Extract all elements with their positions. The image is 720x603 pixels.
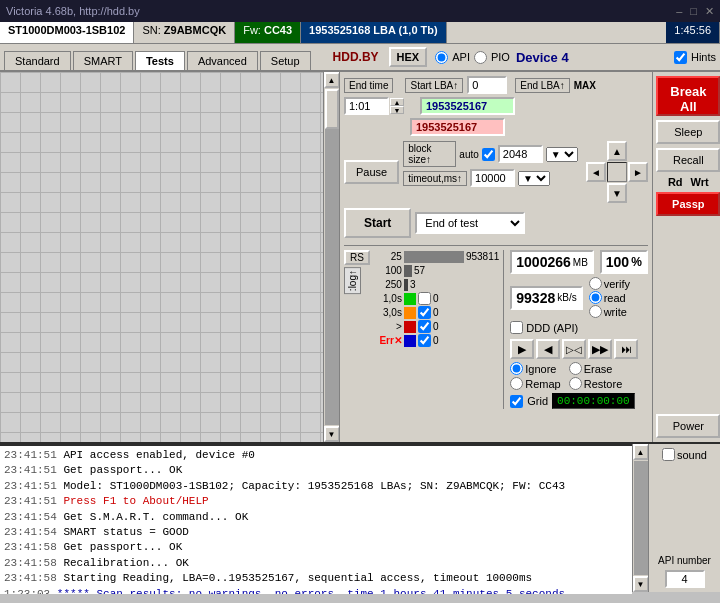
log-area[interactable]: 23:41:51 API access enabled, device #0 2… [0, 444, 632, 594]
scroll-up-btn[interactable]: ▲ [324, 72, 340, 88]
play-btn[interactable]: ▶ [510, 339, 534, 359]
ignore-option[interactable]: Ignore [510, 362, 560, 375]
timeout-input[interactable] [470, 169, 515, 187]
ignore-radio[interactable] [510, 362, 523, 375]
bar-label-err: Err✕ [374, 335, 402, 346]
scroll-thumb[interactable] [325, 89, 339, 129]
scroll-down-btn[interactable]: ▼ [324, 426, 340, 442]
verify-option[interactable]: verify [589, 277, 630, 290]
hints-checkbox[interactable] [674, 51, 687, 64]
start-lba-input[interactable] [467, 76, 507, 94]
log-scroll-up[interactable]: ▲ [633, 444, 649, 460]
api-radio-group: API PIO [435, 51, 510, 64]
write-option[interactable]: write [589, 305, 630, 318]
erase-radio[interactable] [569, 362, 582, 375]
write-radio[interactable] [589, 305, 602, 318]
device-name[interactable]: ST1000DM003-1SB102 [0, 22, 134, 43]
playback-controls: ▶ ◀ ▷◁ ▶▶ ⏭ [510, 339, 648, 359]
bar-label-1s: 1,0s [374, 293, 402, 304]
sound-checkbox[interactable] [662, 448, 675, 461]
log-entry-1: 23:41:51 Get passport... OK [4, 463, 628, 478]
bar-count-100: 57 [414, 265, 425, 276]
bar-count-gt: 0 [433, 321, 439, 332]
bar-row-25: 25 953811 [374, 250, 499, 263]
arrow-tr [628, 141, 648, 161]
erase-restore-group: Erase Restore [569, 362, 623, 390]
bar-count-250: 3 [410, 279, 416, 290]
block-size-input[interactable] [498, 145, 543, 163]
arrow-left-btn[interactable]: ◄ [586, 162, 606, 182]
erase-option[interactable]: Erase [569, 362, 623, 375]
side-buttons: Break All Sleep Recall Rd Wrt Passp Powe… [652, 72, 720, 442]
auto-checkbox[interactable] [482, 148, 495, 161]
verify-radio[interactable] [589, 277, 602, 290]
bar-visual-250 [404, 278, 408, 291]
start-button[interactable]: Start [344, 208, 411, 238]
passp-button[interactable]: Passp [656, 192, 720, 216]
power-button[interactable]: Power [656, 414, 720, 438]
read-option[interactable]: read [589, 291, 630, 304]
ddd-label: DDD (API) [526, 322, 578, 334]
restore-radio[interactable] [569, 377, 582, 390]
restore-option[interactable]: Restore [569, 377, 623, 390]
end-time-spinner[interactable]: ▲ ▼ [390, 98, 404, 114]
pause-button[interactable]: Pause [344, 160, 399, 184]
log-label[interactable]: :log↑ [344, 267, 361, 294]
api-number-input[interactable] [665, 570, 705, 588]
arrow-up-btn[interactable]: ▲ [607, 141, 627, 161]
test-type-select[interactable]: End of test [415, 212, 525, 234]
end-time-input[interactable] [344, 97, 389, 115]
sound-label[interactable]: sound [662, 448, 707, 461]
bar-row-gt: > 0 [374, 320, 499, 333]
break-all-button[interactable]: Break All [656, 76, 720, 116]
close-btn[interactable]: ✕ [705, 5, 714, 18]
maximize-btn[interactable]: □ [690, 5, 697, 18]
grid-checkbox[interactable] [510, 395, 523, 408]
api-radio[interactable] [435, 51, 448, 64]
block-size-select[interactable]: ▼ [546, 147, 578, 162]
window-controls[interactable]: – □ ✕ [676, 5, 714, 18]
read-radio[interactable] [589, 291, 602, 304]
control-panel: End time Start LBA↑ End LBA↑ MAX ▲ ▼ 195… [340, 72, 652, 442]
log-entry-2: 23:41:51 Model: ST1000DM003-1SB102; Capa… [4, 479, 628, 494]
skip-btn[interactable]: ▷◁ [562, 339, 586, 359]
time-display: 1:45:56 [666, 22, 720, 43]
fw-value: CC43 [264, 24, 292, 36]
log-entry-4: 23:41:54 Get S.M.A.R.T. command... OK [4, 510, 628, 525]
rewind-btn[interactable]: ◀ [536, 339, 560, 359]
minimize-btn[interactable]: – [676, 5, 682, 18]
ddd-row: DDD (API) [510, 321, 648, 334]
start-row: Start End of test [344, 208, 648, 238]
sleep-button[interactable]: Sleep [656, 120, 720, 144]
start-lba-label: Start LBA↑ [405, 78, 463, 93]
rs-button[interactable]: RS [344, 250, 370, 265]
lba-value: 1953525168 LBA (1,0 Tb) [309, 24, 438, 36]
ddd-checkbox[interactable] [510, 321, 523, 334]
arrow-right-btn[interactable]: ► [628, 162, 648, 182]
arrow-down-btn[interactable]: ▼ [607, 183, 627, 203]
firmware-info: Fw: CC43 [235, 22, 301, 43]
log-scroll-down[interactable]: ▼ [633, 576, 649, 592]
tab-setup[interactable]: Setup [260, 51, 311, 70]
tab-standard[interactable]: Standard [4, 51, 71, 70]
bar-label-100: 100 [374, 265, 402, 276]
bar-checkbox-err[interactable] [418, 334, 431, 347]
end-btn[interactable]: ⏭ [614, 339, 638, 359]
tab-advanced[interactable]: Advanced [187, 51, 258, 70]
bar-checkbox-gt[interactable] [418, 320, 431, 333]
tab-smart[interactable]: SMART [73, 51, 133, 70]
remap-radio[interactable] [510, 377, 523, 390]
tab-tests[interactable]: Tests [135, 51, 185, 70]
pct-unit: % [631, 255, 642, 269]
timeout-select[interactable]: ▼ [518, 171, 550, 186]
hex-button[interactable]: HEX [389, 47, 428, 67]
recall-button[interactable]: Recall [656, 148, 720, 172]
bar-checkbox-3s[interactable] [418, 306, 431, 319]
ff-btn[interactable]: ▶▶ [588, 339, 612, 359]
log-scrollbar[interactable]: ▲ ▼ [632, 444, 648, 592]
vertical-scrollbar[interactable]: ▲ ▼ [323, 72, 339, 442]
pio-radio[interactable] [474, 51, 487, 64]
remap-option[interactable]: Remap [510, 377, 560, 390]
bar-checkbox-1s[interactable] [418, 292, 431, 305]
kbs-row: 99328 kB/s verify read [510, 277, 648, 318]
